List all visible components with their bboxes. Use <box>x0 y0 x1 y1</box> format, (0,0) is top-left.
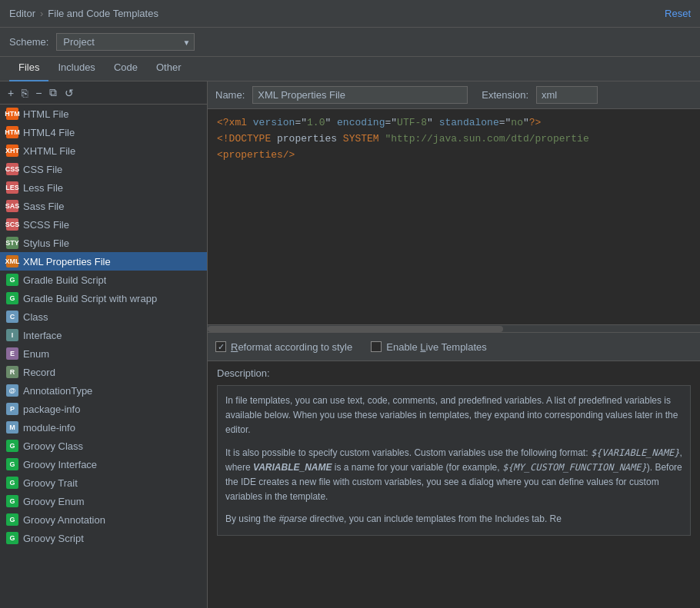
list-item[interactable]: G Groovy Script <box>0 529 207 547</box>
reformat-checkbox[interactable] <box>215 341 226 352</box>
description-box: In file templates, you can use text, cod… <box>217 385 691 536</box>
tabs-bar: Files Includes Code Other <box>0 57 700 81</box>
copy-button[interactable]: ⎘ <box>18 85 31 101</box>
list-item[interactable]: HTM HTML File <box>0 105 207 123</box>
remove-button[interactable]: − <box>32 85 45 101</box>
duplicate-button[interactable]: ⧉ <box>46 85 60 101</box>
groovy-enum-icon: G <box>6 495 18 507</box>
list-item[interactable]: XHT XHTML File <box>0 141 207 160</box>
breadcrumb-separator: › <box>40 8 43 19</box>
name-input[interactable] <box>252 86 468 104</box>
name-extension-row: Name: Extension: <box>208 81 700 109</box>
add-button[interactable]: + <box>5 85 17 101</box>
right-panel: Name: Extension: <?xml version="1.0" enc… <box>208 81 700 608</box>
list-item-label: XHTML File <box>23 145 75 157</box>
list-item[interactable]: I Interface <box>0 326 207 344</box>
code-line-3: <properties/> <box>217 148 691 164</box>
live-templates-checkbox-item[interactable]: Enable Live Templates <box>371 341 487 353</box>
reformat-checkbox-item[interactable]: Reformat according to style <box>215 341 352 353</box>
enum-icon: E <box>6 347 18 360</box>
list-item[interactable]: G Gradle Build Script with wrapp <box>0 289 207 307</box>
reformat-label: Reformat according to style <box>231 341 352 353</box>
list-item[interactable]: STY Stylus File <box>0 234 207 252</box>
list-item[interactable]: G Groovy Enum <box>0 492 207 510</box>
list-item-label: Gradle Build Script with wrapp <box>23 293 157 304</box>
list-item[interactable]: G Gradle Build Script <box>0 271 207 289</box>
list-item[interactable]: @ AnnotationType <box>0 381 207 400</box>
list-item[interactable]: G Groovy Class <box>0 437 207 455</box>
list-item[interactable]: C Class <box>0 307 207 326</box>
groovy-trait-icon: G <box>6 477 18 489</box>
list-item[interactable]: HTM HTML4 File <box>0 123 207 141</box>
options-row: Reformat according to style Enable Live … <box>208 332 700 361</box>
interface-icon: I <box>6 329 18 341</box>
list-item[interactable]: E Enum <box>0 344 207 363</box>
groovy-interface-icon: G <box>6 458 18 470</box>
html4-file-icon: HTM <box>6 126 18 138</box>
scheme-select[interactable]: Project Default <box>56 33 195 51</box>
list-item-label: SCSS File <box>23 219 69 231</box>
list-item-label: Enum <box>23 348 49 360</box>
list-item-label: HTML4 File <box>23 127 75 138</box>
tab-includes[interactable]: Includes <box>48 57 104 81</box>
list-item-label: Groovy Enum <box>23 496 84 507</box>
annotation-icon: @ <box>6 384 18 397</box>
class-icon: C <box>6 311 18 323</box>
sass-file-icon: SAS <box>6 200 18 212</box>
record-icon: R <box>6 366 18 378</box>
list-item[interactable]: G Groovy Trait <box>0 473 207 492</box>
groovy-script-icon: G <box>6 532 18 544</box>
live-templates-label: Enable Live Templates <box>386 341 487 353</box>
gradle-build-wrapper-icon: G <box>6 292 18 304</box>
list-item-label: AnnotationType <box>23 385 92 397</box>
code-editor[interactable]: <?xml version="1.0" encoding="UTF-8" sta… <box>208 109 700 324</box>
list-item[interactable]: SAS Sass File <box>0 197 207 215</box>
code-line-1: <?xml version="1.0" encoding="UTF-8" sta… <box>217 115 691 131</box>
name-label: Name: <box>215 89 245 101</box>
reset-button[interactable]: Reset <box>665 8 691 19</box>
sidebar-toolbar: + ⎘ − ⧉ ↺ <box>0 81 207 105</box>
sidebar: + ⎘ − ⧉ ↺ HTM HTML File HTM HTML4 File X… <box>0 81 208 608</box>
list-item[interactable]: CSS CSS File <box>0 160 207 178</box>
list-item[interactable]: M module-info <box>0 418 207 437</box>
editor-scrollbar-thumb <box>208 326 503 332</box>
list-item[interactable]: R Record <box>0 363 207 381</box>
list-item-label: Groovy Interface <box>23 459 97 470</box>
list-item-label: module-info <box>23 422 75 434</box>
list-item-label: Class <box>23 311 48 323</box>
list-item[interactable]: SCS SCSS File <box>0 215 207 234</box>
tab-other[interactable]: Other <box>147 57 191 81</box>
list-item-label: Groovy Annotation <box>23 514 105 526</box>
description-paragraph-3: By using the #parse directive, you can i… <box>225 512 682 527</box>
list-item[interactable]: G Groovy Interface <box>0 455 207 473</box>
tab-files[interactable]: Files <box>9 57 48 81</box>
list-item[interactable]: G Groovy Annotation <box>0 510 207 529</box>
less-file-icon: LES <box>6 181 18 194</box>
scheme-label: Scheme: <box>9 36 48 48</box>
styl-file-icon: STY <box>6 237 18 249</box>
html-file-icon: HTM <box>6 108 18 120</box>
list-item[interactable]: LES Less File <box>0 178 207 197</box>
list-item-label: Stylus File <box>23 238 69 249</box>
breadcrumb-root: Editor <box>9 8 35 19</box>
scss-file-icon: SCS <box>6 218 18 231</box>
groovy-annotation-icon: G <box>6 513 18 526</box>
list-item-label: Groovy Script <box>23 533 84 544</box>
module-info-icon: M <box>6 421 18 434</box>
description-title: Description: <box>217 367 691 379</box>
list-item-label: Sass File <box>23 201 64 212</box>
live-templates-checkbox[interactable] <box>371 341 382 352</box>
list-item-label: Gradle Build Script <box>23 274 106 286</box>
extension-input[interactable] <box>536 86 598 104</box>
list-item-label: XML Properties File <box>23 256 111 267</box>
list-item[interactable]: P package-info <box>0 400 207 418</box>
list-item-label: Groovy Trait <box>23 477 78 489</box>
description-paragraph-1: In file templates, you can use text, cod… <box>225 394 682 438</box>
editor-scrollbar[interactable] <box>208 324 700 332</box>
description-paragraph-2: It is also possible to specify custom va… <box>225 446 682 505</box>
reset-item-button[interactable]: ↺ <box>62 85 77 101</box>
list-item-xml-properties[interactable]: XML XML Properties File <box>0 252 207 271</box>
tab-code[interactable]: Code <box>105 57 147 81</box>
list-item-label: HTML File <box>23 108 68 120</box>
css-file-icon: CSS <box>6 163 18 175</box>
